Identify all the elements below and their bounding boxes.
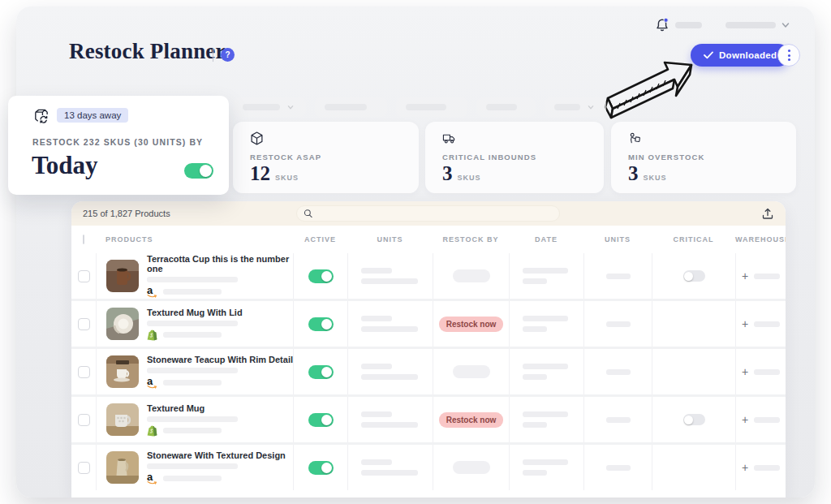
product-cell[interactable]: Textured Mug bbox=[96, 397, 293, 442]
table-body: Terracotta Cup this is the number one a bbox=[71, 253, 786, 490]
row-checkbox[interactable] bbox=[78, 366, 90, 378]
plus-icon: + bbox=[742, 270, 748, 282]
row-checkbox[interactable] bbox=[78, 318, 90, 330]
table-row: Textured Mug bbox=[71, 397, 786, 442]
product-cell[interactable]: Textured Mug With Lid bbox=[96, 301, 293, 347]
topbar bbox=[16, 6, 815, 42]
filter-pill[interactable] bbox=[476, 97, 536, 117]
downloaded-button[interactable]: Downloaded bbox=[691, 44, 790, 67]
placeholder-bar bbox=[163, 476, 222, 481]
col-date: DATE bbox=[509, 235, 583, 243]
active-toggle[interactable] bbox=[308, 269, 334, 283]
shopify-icon bbox=[147, 425, 157, 437]
table-row: Stoneware With Textured Design a bbox=[71, 445, 786, 490]
account-placeholder[interactable] bbox=[726, 22, 776, 28]
col-units: UNITS bbox=[347, 235, 433, 243]
filter-pill[interactable] bbox=[233, 97, 306, 117]
table-header-row: PRODUCTS ACTIVE UNITS RESTOCK BY DATE UN… bbox=[71, 226, 786, 253]
chevron-down-icon bbox=[587, 103, 595, 111]
add-warehouse-button[interactable]: + bbox=[742, 366, 780, 377]
table-row: Textured Mug With Lid bbox=[71, 301, 786, 347]
filter-pill[interactable] bbox=[545, 97, 606, 117]
placeholder-bar bbox=[163, 289, 222, 295]
select-all-checkbox[interactable] bbox=[83, 235, 84, 244]
restock-by-placeholder bbox=[453, 365, 490, 378]
row-checkbox[interactable] bbox=[78, 414, 90, 426]
active-toggle[interactable] bbox=[308, 413, 334, 427]
amazon-icon: a bbox=[147, 472, 157, 485]
row-checkbox[interactable] bbox=[78, 462, 90, 474]
col-critical: CRITICAL bbox=[652, 235, 735, 243]
product-cell[interactable]: Stoneware Teacup With Rim Detail a bbox=[96, 349, 293, 394]
stat-value: 3 bbox=[628, 162, 639, 185]
stat-card-min-overstock: MIN OVERSTOCK 3 SKUS bbox=[611, 122, 796, 193]
row-checkbox[interactable] bbox=[78, 270, 90, 282]
product-name: Textured Mug With Lid bbox=[147, 308, 243, 317]
restock-summary-card: 13 days away RESTOCK 232 SKUS (30 UNITS)… bbox=[8, 96, 229, 195]
stat-label: CRITICAL INBOUNDS bbox=[442, 153, 536, 162]
product-name: Textured Mug bbox=[147, 403, 238, 413]
product-image bbox=[106, 451, 139, 484]
stat-card-critical-inbounds: CRITICAL INBOUNDS 3 SKUS bbox=[425, 122, 604, 193]
critical-toggle[interactable] bbox=[683, 414, 705, 425]
product-name: Stoneware Teacup With Rim Detail bbox=[147, 355, 293, 364]
col-warehouse: WAREHOUSE bbox=[735, 235, 786, 243]
restock-now-badge: Restock now bbox=[439, 317, 504, 332]
help-icon[interactable]: ? bbox=[221, 48, 235, 62]
active-toggle[interactable] bbox=[308, 317, 334, 331]
table-row: Terracotta Cup this is the number one a bbox=[71, 253, 786, 299]
placeholder-bar bbox=[147, 463, 238, 469]
hand-drawn-arrow bbox=[597, 49, 701, 126]
active-toggle[interactable] bbox=[308, 365, 334, 379]
placeholder-bar bbox=[147, 416, 238, 422]
chevron-down-icon bbox=[286, 103, 295, 111]
chevron-down-icon[interactable] bbox=[781, 20, 790, 30]
restock-now-badge: Restock now bbox=[439, 412, 504, 428]
title-divider bbox=[213, 49, 213, 62]
col-active: ACTIVE bbox=[293, 235, 347, 243]
filter-pill[interactable] bbox=[315, 97, 387, 117]
add-warehouse-button[interactable]: + bbox=[742, 270, 780, 282]
stat-card-restock-asap: RESTOCK ASAP 12 SKUS bbox=[233, 122, 419, 193]
app-window: Restock Planner ? Downloaded bbox=[16, 6, 815, 498]
stat-value: 3 bbox=[442, 162, 453, 185]
placeholder-bar bbox=[163, 380, 222, 386]
product-cell[interactable]: Terracotta Cup this is the number one a bbox=[96, 253, 293, 299]
deadline-text: Today bbox=[32, 151, 98, 180]
amazon-icon: a bbox=[147, 286, 157, 298]
worker-icon bbox=[628, 131, 642, 145]
downloaded-label: Downloaded bbox=[719, 50, 777, 60]
stat-unit: SKUS bbox=[275, 174, 299, 182]
stat-value: 12 bbox=[250, 162, 270, 185]
product-image bbox=[106, 260, 139, 292]
product-name: Stoneware With Textured Design bbox=[147, 450, 286, 460]
stat-label: RESTOCK ASAP bbox=[250, 153, 321, 162]
products-count: 215 of 1,827 Products bbox=[83, 209, 170, 218]
plus-icon: + bbox=[742, 414, 748, 425]
export-icon[interactable] bbox=[761, 207, 774, 220]
plus-icon: + bbox=[742, 366, 748, 377]
kebab-menu-button[interactable] bbox=[777, 44, 800, 67]
add-warehouse-button[interactable]: + bbox=[742, 318, 780, 330]
col-restock-by: RESTOCK BY bbox=[433, 235, 509, 243]
stat-unit: SKUS bbox=[644, 174, 667, 182]
deadline-toggle[interactable] bbox=[184, 163, 213, 179]
restock-subtitle: RESTOCK 232 SKUS (30 UNITS) BY bbox=[32, 137, 203, 147]
active-toggle[interactable] bbox=[308, 461, 334, 475]
truck-icon bbox=[442, 131, 456, 145]
stat-label: MIN OVERSTOCK bbox=[628, 153, 704, 162]
search-input[interactable] bbox=[317, 209, 553, 218]
col-products: PRODUCTS bbox=[96, 235, 293, 243]
cube-icon bbox=[250, 131, 264, 145]
filter-pill[interactable] bbox=[396, 97, 467, 117]
table-toolbar: 215 of 1,827 Products bbox=[71, 201, 786, 226]
placeholder-bar bbox=[163, 332, 222, 338]
critical-toggle[interactable] bbox=[683, 270, 705, 282]
product-cell[interactable]: Stoneware With Textured Design a bbox=[96, 445, 293, 490]
add-warehouse-button[interactable]: + bbox=[742, 414, 780, 425]
products-table: 215 of 1,827 Products PRODUCTS ACTIVE bbox=[71, 201, 786, 498]
add-warehouse-button[interactable]: + bbox=[742, 462, 780, 473]
search-field[interactable] bbox=[296, 205, 560, 222]
product-image bbox=[106, 403, 139, 436]
notification-bell-icon[interactable] bbox=[654, 17, 670, 33]
